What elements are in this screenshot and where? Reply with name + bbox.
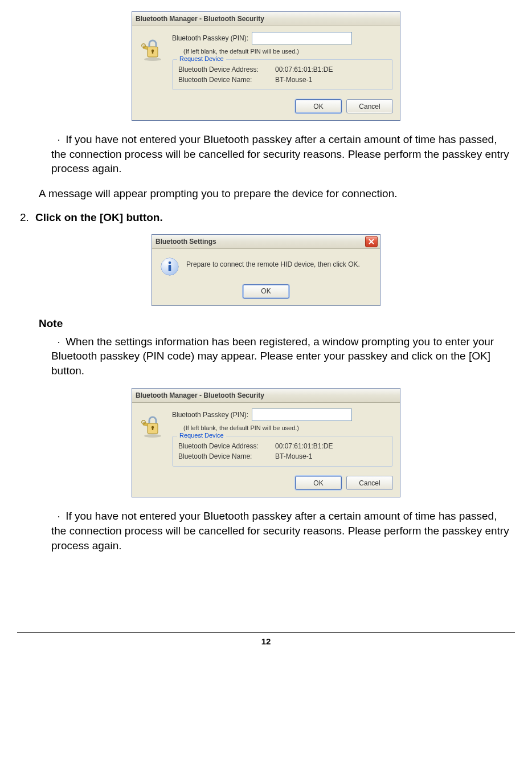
device-name-value: BT-Mouse-1 bbox=[275, 452, 312, 460]
cancel-button[interactable]: Cancel bbox=[346, 476, 393, 490]
dialog-title: Bluetooth Manager - Bluetooth Security bbox=[136, 15, 264, 23]
lock-icon bbox=[139, 32, 166, 90]
svg-point-10 bbox=[144, 434, 161, 438]
svg-rect-13 bbox=[152, 427, 153, 430]
lock-icon bbox=[139, 409, 166, 467]
device-name-label: Bluetooth Device Name: bbox=[178, 76, 275, 84]
bluetooth-security-dialog-1: Bluetooth Manager - Bluetooth Security B… bbox=[132, 11, 400, 121]
step-list: Click on the [OK] button. bbox=[17, 211, 515, 224]
dialog-title: Bluetooth Manager - Bluetooth Security bbox=[136, 391, 264, 399]
device-name-label: Bluetooth Device Name: bbox=[178, 452, 275, 460]
cancel-button[interactable]: Cancel bbox=[346, 99, 393, 113]
device-address-value: 00:07:61:01:B1:DE bbox=[275, 66, 333, 74]
ok-button[interactable]: OK bbox=[295, 99, 342, 113]
titlebar[interactable]: Bluetooth Settings bbox=[152, 235, 380, 249]
timeout-note-1: · If you have not entered your Bluetooth… bbox=[51, 132, 515, 176]
ok-button[interactable]: OK bbox=[295, 476, 342, 490]
request-device-group: Request Device Bluetooth Device Address:… bbox=[172, 436, 393, 467]
bluetooth-security-dialog-2: Bluetooth Manager - Bluetooth Security B… bbox=[132, 388, 400, 497]
device-address-value: 00:07:61:01:B1:DE bbox=[275, 442, 333, 450]
device-address-label: Bluetooth Device Address: bbox=[178, 66, 275, 74]
passkey-input[interactable] bbox=[252, 32, 352, 44]
passkey-hint: (If left blank, the default PIN will be … bbox=[183, 424, 393, 431]
device-address-label: Bluetooth Device Address: bbox=[178, 442, 275, 450]
passkey-label: Bluetooth Passkey (PIN): bbox=[172, 34, 252, 42]
passkey-hint: (If left blank, the default PIN will be … bbox=[183, 48, 393, 55]
svg-rect-9 bbox=[169, 265, 171, 271]
svg-point-8 bbox=[169, 261, 171, 264]
close-icon[interactable] bbox=[365, 236, 378, 247]
groupbox-legend: Request Device bbox=[177, 432, 226, 439]
dialog-title: Bluetooth Settings bbox=[155, 238, 216, 246]
titlebar[interactable]: Bluetooth Manager - Bluetooth Security bbox=[132, 12, 400, 26]
prompt-message: A message will appear prompting you to p… bbox=[39, 186, 515, 201]
note-body: · When the settings information has been… bbox=[51, 334, 515, 378]
groupbox-legend: Request Device bbox=[177, 55, 226, 62]
svg-rect-4 bbox=[152, 51, 153, 54]
svg-point-0 bbox=[144, 58, 161, 61]
bluetooth-settings-dialog: Bluetooth Settings Prepare to connect th… bbox=[152, 234, 380, 306]
ok-button[interactable]: OK bbox=[243, 284, 289, 299]
page-number: 12 bbox=[17, 632, 515, 646]
note-heading: Note bbox=[39, 317, 515, 330]
info-icon bbox=[160, 257, 179, 276]
titlebar[interactable]: Bluetooth Manager - Bluetooth Security bbox=[132, 389, 400, 403]
request-device-group: Request Device Bluetooth Device Address:… bbox=[172, 59, 393, 90]
timeout-note-2: · If you have not entered your Bluetooth… bbox=[51, 509, 515, 553]
device-name-value: BT-Mouse-1 bbox=[275, 76, 312, 84]
passkey-input[interactable] bbox=[252, 409, 352, 421]
step-2-text: Click on the [OK] button. bbox=[35, 211, 163, 223]
passkey-label: Bluetooth Passkey (PIN): bbox=[172, 411, 252, 419]
message-text: Prepare to connect the remote HID device… bbox=[186, 257, 360, 270]
